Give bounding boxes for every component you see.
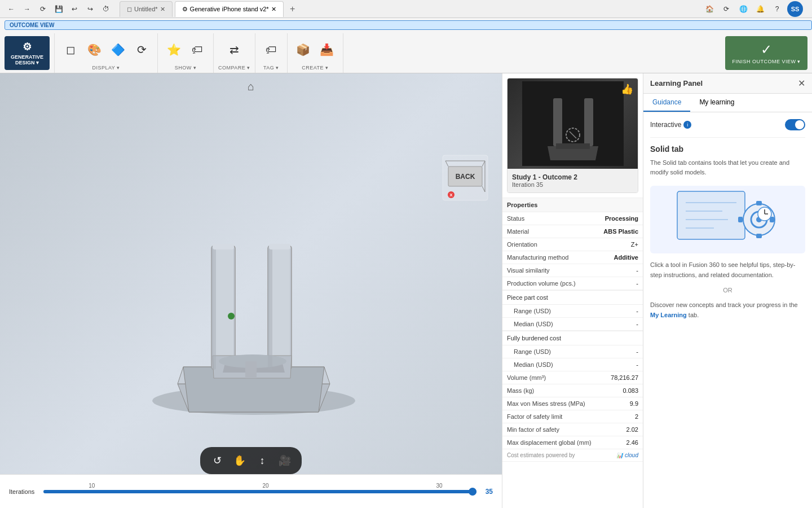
manufacturing-label: Manufacturing method xyxy=(507,254,568,261)
notifications-icon[interactable]: 🔔 xyxy=(753,2,767,16)
show-tag-btn[interactable]: 🏷 xyxy=(186,41,209,59)
display-reset-btn[interactable]: ⟳ xyxy=(130,41,153,59)
create-btn[interactable]: 📦 xyxy=(292,41,315,59)
fos-limit-label: Factor of safety limit xyxy=(507,413,562,420)
cost-powered-label: Cost estimates powered by xyxy=(507,452,575,458)
refresh-btn[interactable]: ⟳ xyxy=(36,2,50,16)
refresh-icon[interactable]: ⟳ xyxy=(720,2,733,16)
learning-content: Interactive i Solid tab The Solid tab co… xyxy=(643,112,812,508)
tab-untitled[interactable]: ◻ Untitled* ✕ xyxy=(120,1,173,17)
prop-row-material: Material ABS Plastic xyxy=(502,225,643,238)
create2-btn[interactable]: 📥 xyxy=(316,41,338,59)
user-avatar[interactable]: SS xyxy=(787,1,803,17)
prop-row-median-fbc: Median (USD) - xyxy=(502,358,643,371)
status-label: Status xyxy=(507,215,524,222)
history-btn[interactable]: ⏱ xyxy=(99,2,113,16)
forward-btn[interactable]: → xyxy=(20,2,34,16)
finish-outcome-view-button[interactable]: ✓ FINISH OUTCOME VIEW ▾ xyxy=(725,36,807,70)
reset-icon: ⟳ xyxy=(137,43,147,56)
interactive-toggle[interactable] xyxy=(785,119,805,130)
toolbar-tag: 🏷 TAG ▾ xyxy=(255,33,288,73)
iteration-numbers: 10 20 30 xyxy=(89,483,442,489)
iphone-stand-model xyxy=(133,141,369,440)
svg-rect-21 xyxy=(245,361,257,378)
back-btn[interactable]: ← xyxy=(5,2,18,16)
svg-rect-18 xyxy=(268,246,272,370)
iteration-current: 35 xyxy=(486,488,493,496)
globe-icon[interactable]: 🌐 xyxy=(736,2,750,16)
learning-tabs: Guidance My learning xyxy=(643,94,812,112)
svg-point-16 xyxy=(228,313,235,319)
svg-rect-14 xyxy=(270,246,290,370)
prop-row-vonmises: Max von Mises stress (MPa) 9.9 xyxy=(502,397,643,410)
tab-close-icon[interactable]: ✕ xyxy=(160,6,165,13)
orientation-label: Orientation xyxy=(507,241,537,248)
undo-btn[interactable]: ↩ xyxy=(68,2,81,16)
fully-burdened-cost-header: Fully burdened cost xyxy=(502,331,643,345)
redo-btn[interactable]: ↪ xyxy=(83,2,97,16)
properties-header: Properties xyxy=(502,198,643,212)
toggle-knob xyxy=(795,120,804,129)
prop-row-range-ppc: Range (USD) - xyxy=(502,305,643,318)
display-label: DISPLAY ▾ xyxy=(92,65,120,71)
finish-btn-label: FINISH OUTCOME VIEW ▾ xyxy=(732,59,801,64)
interactive-text: Interactive xyxy=(650,121,681,129)
toolbar-display: ◻ 🎨 🔷 ⟳ DISPLAY ▾ xyxy=(55,33,158,73)
outcome-thumbnail: 👍 xyxy=(508,78,638,169)
learning-panel-title: Learning Panel xyxy=(650,79,703,87)
show-star-btn[interactable]: ⭐ xyxy=(162,41,185,59)
fos-limit-value: 2 xyxy=(635,413,638,420)
volume-label: Volume (mm³) xyxy=(507,374,546,381)
tag-btn[interactable]: 🏷 xyxy=(260,41,283,59)
svg-rect-36 xyxy=(756,234,762,238)
home-icon[interactable]: 🏠 xyxy=(703,2,716,16)
generative-label: GENERATIVE xyxy=(11,54,43,60)
discover-suffix: tab. xyxy=(687,312,699,318)
rotate-button[interactable]: ↺ xyxy=(207,450,227,471)
prop-row-orientation: Orientation Z+ xyxy=(502,238,643,251)
iterations-slider[interactable]: 10 20 30 xyxy=(43,483,476,500)
generative-icon: ⚙ xyxy=(23,41,32,53)
toolbar: OUTCOME VIEW ⚙ GENERATIVE DESIGN ▾ ◻ 🎨 🔷 xyxy=(0,18,812,73)
compare-btn[interactable]: ⇄ xyxy=(223,41,245,59)
prop-row-range-fbc: Range (USD) - xyxy=(502,345,643,358)
new-tab-button[interactable]: + xyxy=(286,2,299,16)
viewport[interactable]: ⌂ BACK X xyxy=(0,73,502,508)
camera-button[interactable]: 🎥 xyxy=(275,450,295,471)
mass-value: 0.083 xyxy=(623,387,638,394)
help-icon[interactable]: ? xyxy=(770,2,784,16)
create-label: CREATE ▾ xyxy=(302,65,328,71)
tab-guidance[interactable]: Guidance xyxy=(643,94,690,112)
production-label: Production volume (pcs.) xyxy=(507,280,576,287)
iterations-bar: Iterations 10 20 30 35 xyxy=(0,474,502,508)
my-learning-link[interactable]: My Learning xyxy=(650,312,687,318)
solid-tab-description: The Solid tab contains tools that let yo… xyxy=(650,158,805,177)
status-value: Processing xyxy=(605,215,638,222)
range-fbc-value: - xyxy=(636,348,638,355)
toolbar-compare: ⇄ COMPARE ▾ xyxy=(214,33,255,73)
tab-generative[interactable]: ⚙ Generative iPhone stand v2* ✕ xyxy=(175,1,284,17)
tab-my-learning[interactable]: My learning xyxy=(690,94,743,112)
home-viewport-icon[interactable]: ⌂ xyxy=(248,80,254,93)
outcome-info: Study 1 - Outcome 2 Iteration 35 xyxy=(508,169,638,192)
median-ppc-value: - xyxy=(636,321,638,327)
prop-row-status: Status Processing xyxy=(502,212,643,225)
svg-rect-19 xyxy=(213,244,234,249)
tab-close-icon[interactable]: ✕ xyxy=(271,6,276,13)
save-btn[interactable]: 💾 xyxy=(52,2,65,16)
like-button[interactable]: 👍 xyxy=(621,83,633,95)
outcome-card: 👍 Study 1 - Outcome 2 Iteration 35 xyxy=(507,78,638,193)
window-controls: ← → ⟳ 💾 ↩ ↪ ⏱ xyxy=(5,2,113,16)
shape-icon: 🔷 xyxy=(111,43,125,56)
display-shape-btn[interactable]: 🔷 xyxy=(107,41,129,59)
toolbar-create: 📦 📥 CREATE ▾ xyxy=(288,33,343,73)
zoom-button[interactable]: ↕ xyxy=(252,450,272,471)
discover-prefix: Discover new concepts and track your pro… xyxy=(650,301,798,308)
tab-label: Untitled* xyxy=(134,6,158,12)
learning-panel-close-button[interactable]: ✕ xyxy=(798,78,805,89)
compare-icon: ⇄ xyxy=(230,43,239,56)
pan-button[interactable]: ✋ xyxy=(230,450,250,471)
generative-design-button[interactable]: ⚙ GENERATIVE DESIGN ▾ xyxy=(5,36,50,70)
display-solid-btn[interactable]: ◻ xyxy=(59,41,82,59)
display-color-btn[interactable]: 🎨 xyxy=(83,41,105,59)
